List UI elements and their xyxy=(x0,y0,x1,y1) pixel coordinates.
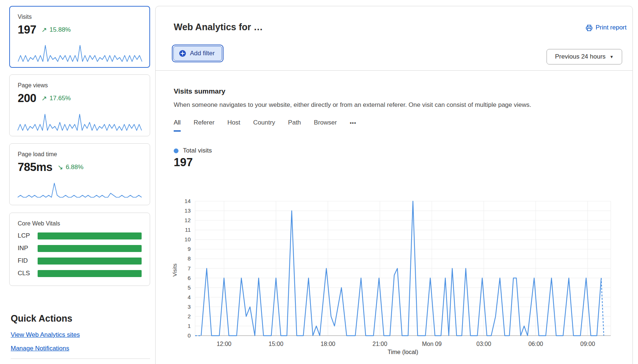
vital-bar xyxy=(38,258,142,265)
tab-browser[interactable]: Browser xyxy=(314,119,337,132)
tab-all[interactable]: All xyxy=(174,119,181,132)
visits-line-chart: 0123456789101112131412:0015:0018:0021:00… xyxy=(156,196,633,364)
svg-text:21:00: 21:00 xyxy=(372,341,387,347)
print-report-label: Print report xyxy=(596,24,627,31)
page-title: Web Analytics for … xyxy=(174,22,263,32)
vital-label: INP xyxy=(18,245,38,252)
summary-tabs: AllRefererHostCountryPathBrowser••• xyxy=(174,119,356,132)
svg-text:9: 9 xyxy=(188,246,191,252)
vital-bar xyxy=(38,245,142,252)
quick-actions-title: Quick Actions xyxy=(11,313,150,324)
trend-down-icon: ↘ xyxy=(58,164,63,171)
vital-row: LCP xyxy=(18,232,142,239)
metric-label: Page views xyxy=(18,82,142,89)
svg-text:09:00: 09:00 xyxy=(580,341,595,347)
tab-path[interactable]: Path xyxy=(288,119,301,132)
svg-text:Time (local): Time (local) xyxy=(388,349,418,355)
metric-card-page-load-time[interactable]: Page load time 785ms ↘ 6.88% xyxy=(9,143,150,205)
svg-text:15:00: 15:00 xyxy=(268,341,283,347)
svg-text:4: 4 xyxy=(188,294,191,300)
trend-up-icon: ↗ xyxy=(41,95,47,102)
header-divider xyxy=(156,70,632,71)
vital-label: FID xyxy=(18,257,38,265)
svg-text:1: 1 xyxy=(188,323,191,329)
svg-text:2: 2 xyxy=(188,313,191,319)
svg-text:7: 7 xyxy=(188,265,191,272)
svg-text:Mon 09: Mon 09 xyxy=(422,341,441,347)
trend-up-icon: ↗ xyxy=(41,27,47,33)
metric-card-page-views[interactable]: Page views 200 ↗ 17.65% xyxy=(9,74,150,136)
main-panel: Web Analytics for … Print report Add fil… xyxy=(155,6,633,364)
chart-legend: Total visits xyxy=(174,147,212,154)
trend-percent: 15.88% xyxy=(49,26,71,34)
chevron-down-icon: ▼ xyxy=(610,55,614,59)
svg-text:5: 5 xyxy=(188,284,191,291)
svg-text:8: 8 xyxy=(188,255,191,262)
svg-text:06:00: 06:00 xyxy=(528,341,543,347)
legend-dot-icon xyxy=(174,148,178,153)
printer-icon xyxy=(586,24,593,31)
vital-label: LCP xyxy=(18,232,38,239)
quick-action-link-view-sites[interactable]: View Web Analytics sites xyxy=(11,331,80,339)
quick-actions: Quick Actions View Web Analytics sitesMa… xyxy=(11,313,150,359)
svg-text:12:00: 12:00 xyxy=(216,341,231,347)
vital-row: INP xyxy=(18,245,142,252)
metric-value: 785ms xyxy=(18,161,52,174)
tab-country[interactable]: Country xyxy=(253,119,275,132)
time-range-label: Previous 24 hours xyxy=(555,53,606,60)
svg-text:03:00: 03:00 xyxy=(476,341,491,347)
vital-label: CLS xyxy=(18,270,38,277)
tab-referer[interactable]: Referer xyxy=(194,119,215,132)
sidebar-divider xyxy=(11,358,150,359)
time-range-dropdown[interactable]: Previous 24 hours ▼ xyxy=(547,49,622,64)
metric-value: 197 xyxy=(18,23,36,36)
page-views-sparkline xyxy=(17,113,142,131)
total-visits-value: 197 xyxy=(174,156,193,169)
trend-percent: 17.65% xyxy=(49,95,71,102)
page-load-sparkline xyxy=(17,182,142,200)
vital-row: FID xyxy=(18,257,142,265)
svg-text:11: 11 xyxy=(185,227,191,233)
tab-host[interactable]: Host xyxy=(228,119,240,132)
metric-card-visits[interactable]: Visits 197 ↗ 15.88% xyxy=(9,6,150,68)
print-report-link[interactable]: Print report xyxy=(586,24,627,31)
legend-label: Total visits xyxy=(183,147,212,154)
metric-label: Visits xyxy=(18,14,142,20)
tabs-overflow-icon[interactable]: ••• xyxy=(350,119,356,132)
vital-row: CLS xyxy=(18,270,142,277)
metric-label: Page load time xyxy=(18,151,142,158)
svg-text:12: 12 xyxy=(184,217,191,223)
add-filter-label: Add filter xyxy=(190,50,215,57)
visits-sparkline xyxy=(18,44,142,62)
core-web-vitals-card[interactable]: Core Web Vitals LCPINPFIDCLS xyxy=(9,213,150,286)
metric-value: 200 xyxy=(18,92,36,105)
visits-summary-title: Visits summary xyxy=(174,87,225,95)
quick-action-link-manage-notifications[interactable]: Manage Notifications xyxy=(11,345,69,352)
svg-text:0: 0 xyxy=(188,332,191,339)
core-web-vitals-rows: LCPINPFIDCLS xyxy=(18,232,142,277)
svg-text:18:00: 18:00 xyxy=(320,341,335,347)
add-filter-button[interactable]: Add filter xyxy=(172,45,223,62)
core-web-vitals-title: Core Web Vitals xyxy=(18,220,142,227)
metric-trend: ↗ 17.65% xyxy=(41,95,71,102)
metric-trend: ↘ 6.88% xyxy=(58,164,83,171)
svg-text:Visits: Visits xyxy=(171,263,178,277)
trend-percent: 6.88% xyxy=(66,164,83,171)
visits-summary-description: When someone navigates to your website, … xyxy=(174,101,531,109)
metric-trend: ↗ 15.88% xyxy=(41,26,71,34)
svg-text:14: 14 xyxy=(184,198,191,204)
plus-circle-icon xyxy=(179,50,186,57)
svg-text:3: 3 xyxy=(188,304,191,310)
svg-text:10: 10 xyxy=(184,236,191,242)
vital-bar xyxy=(38,232,142,239)
svg-text:13: 13 xyxy=(184,207,191,214)
svg-text:6: 6 xyxy=(188,275,191,281)
vital-bar xyxy=(38,270,142,277)
